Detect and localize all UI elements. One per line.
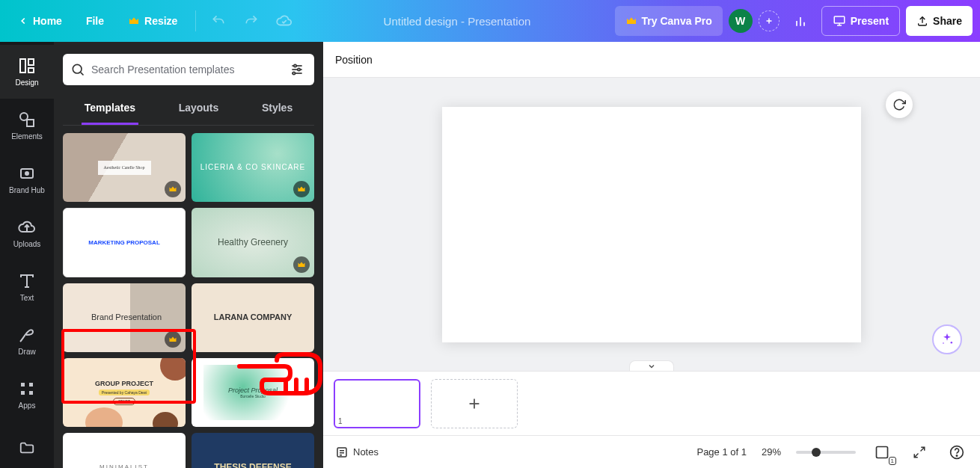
redo-icon	[244, 13, 259, 28]
template-thumb[interactable]: THESIS DEFENSE	[192, 433, 314, 468]
tab-layouts[interactable]: Layouts	[176, 96, 222, 125]
rail-draw[interactable]: Draw	[0, 314, 54, 368]
analytics-button[interactable]	[785, 6, 815, 36]
stage[interactable]	[323, 78, 980, 371]
slide-canvas[interactable]	[442, 107, 861, 342]
rail-uploads[interactable]: Uploads	[0, 206, 54, 260]
template-thumb-group-project[interactable]: GROUP PROJECT Presented by Cahaya Dewi S…	[63, 358, 186, 427]
tab-templates[interactable]: Templates	[82, 96, 138, 125]
share-label: Share	[933, 15, 962, 27]
svg-rect-21	[21, 391, 25, 395]
svg-rect-9	[20, 59, 25, 73]
template-label: Healthy Greenery	[215, 234, 291, 250]
svg-point-32	[943, 342, 944, 344]
rail-brand-hub[interactable]: Brand Hub	[0, 153, 54, 206]
left-rail: Design Elements Brand Hub Uploads Text D…	[0, 42, 54, 468]
crown-icon	[168, 185, 177, 194]
tab-styles[interactable]: Styles	[259, 96, 295, 125]
upload-icon	[916, 15, 928, 27]
rail-uploads-label: Uploads	[13, 240, 41, 248]
context-bar: Position	[323, 42, 980, 78]
redo-button[interactable]	[236, 6, 266, 36]
search-filters-button[interactable]	[287, 60, 307, 79]
template-label: MARKETING PROPOSAL	[88, 239, 160, 246]
stage-collapse-handle[interactable]	[629, 360, 674, 371]
cloud-check-icon	[276, 13, 293, 29]
svg-rect-5	[834, 16, 845, 23]
add-collaborator-button[interactable]	[759, 10, 780, 31]
plus-icon	[466, 395, 483, 412]
template-thumb[interactable]: Brand Presentation	[63, 283, 186, 352]
home-button[interactable]: Home	[7, 6, 73, 36]
svg-rect-20	[29, 383, 33, 387]
svg-rect-11	[28, 68, 34, 73]
present-button[interactable]: Present	[821, 6, 900, 36]
cloud-sync-button[interactable]	[269, 6, 299, 36]
notes-button[interactable]: Notes	[335, 446, 379, 459]
template-thumb[interactable]: MINIMALIST	[63, 433, 186, 468]
sparkle-icon	[940, 332, 955, 347]
pro-badge	[293, 181, 310, 197]
svg-rect-13	[27, 120, 34, 126]
file-label: File	[86, 15, 104, 27]
search-wrap	[63, 54, 314, 85]
sliders-icon	[290, 62, 304, 77]
add-slide-button[interactable]	[431, 379, 518, 428]
position-button[interactable]: Position	[335, 54, 373, 66]
svg-rect-10	[28, 59, 34, 65]
crown-icon	[297, 260, 306, 269]
share-button[interactable]: Share	[906, 6, 973, 36]
filmstrip-slide[interactable]: 1	[334, 379, 420, 428]
rail-text-label: Text	[20, 294, 34, 302]
template-thumb[interactable]: Aesthetic Candle Shop	[63, 133, 186, 202]
template-thumb[interactable]: LARANA COMPANY	[192, 283, 314, 352]
resize-label: Resize	[144, 15, 177, 27]
rail-draw-label: Draw	[18, 348, 35, 356]
svg-rect-39	[877, 446, 888, 458]
zoom-value[interactable]: 29%	[762, 446, 781, 458]
canvas-area: Position 1 Notes	[323, 42, 980, 468]
design-panel: Templates Layouts Styles Aesthetic Candl…	[54, 42, 323, 468]
design-icon	[18, 57, 36, 75]
plus-icon	[765, 16, 774, 25]
presentation-icon	[833, 14, 846, 28]
panel-tabs: Templates Layouts Styles	[63, 96, 314, 126]
fullscreen-button[interactable]	[908, 441, 931, 464]
ai-assistant-fab[interactable]	[932, 324, 962, 354]
svg-point-28	[294, 64, 296, 67]
refresh-fab[interactable]	[886, 91, 913, 118]
zoom-slider[interactable]	[796, 451, 856, 454]
template-thumb[interactable]: LICERIA & CO SKINCARE	[192, 133, 314, 202]
notes-icon	[335, 446, 349, 459]
draw-icon	[18, 326, 36, 344]
crown-icon	[625, 15, 637, 27]
resize-button[interactable]: Resize	[117, 6, 188, 36]
svg-point-43	[956, 455, 957, 455]
file-menu[interactable]: File	[76, 6, 114, 36]
rail-text[interactable]: Text	[0, 260, 54, 314]
template-thumb[interactable]: Project Proposal Borcelle Studio	[192, 358, 314, 427]
crown-icon	[128, 15, 140, 27]
zoom-slider-knob[interactable]	[812, 448, 821, 457]
svg-point-30	[293, 72, 295, 74]
crown-icon	[297, 185, 306, 194]
document-title[interactable]: Untitled design - Presentation	[299, 15, 614, 28]
template-grid-scroll[interactable]: Aesthetic Candle Shop LICERIA & CO SKINC…	[63, 133, 314, 468]
uploads-icon	[18, 218, 36, 236]
svg-rect-22	[29, 391, 33, 395]
rail-apps[interactable]: Apps	[0, 368, 54, 422]
avatar[interactable]: W	[729, 9, 753, 33]
status-bar: Notes Page 1 of 1 29% 1	[323, 435, 980, 468]
try-pro-button[interactable]: Try Canva Pro	[615, 6, 723, 36]
template-thumb[interactable]: Healthy Greenery	[192, 208, 314, 277]
grid-view-button[interactable]: 1	[871, 441, 893, 464]
svg-point-15	[25, 172, 28, 175]
rail-elements[interactable]: Elements	[0, 99, 54, 153]
search-input[interactable]	[91, 64, 281, 76]
template-thumb[interactable]: MARKETING PROPOSAL	[63, 208, 186, 277]
help-button[interactable]	[946, 441, 968, 464]
undo-button[interactable]	[203, 6, 233, 36]
rail-folder-button[interactable]	[19, 428, 35, 468]
rail-elements-label: Elements	[11, 132, 43, 141]
rail-design[interactable]: Design	[0, 45, 54, 99]
